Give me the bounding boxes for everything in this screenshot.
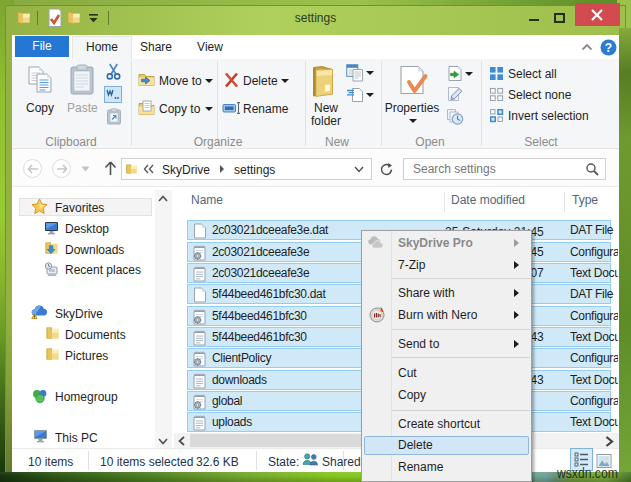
svg-text:?: ?: [605, 41, 612, 55]
